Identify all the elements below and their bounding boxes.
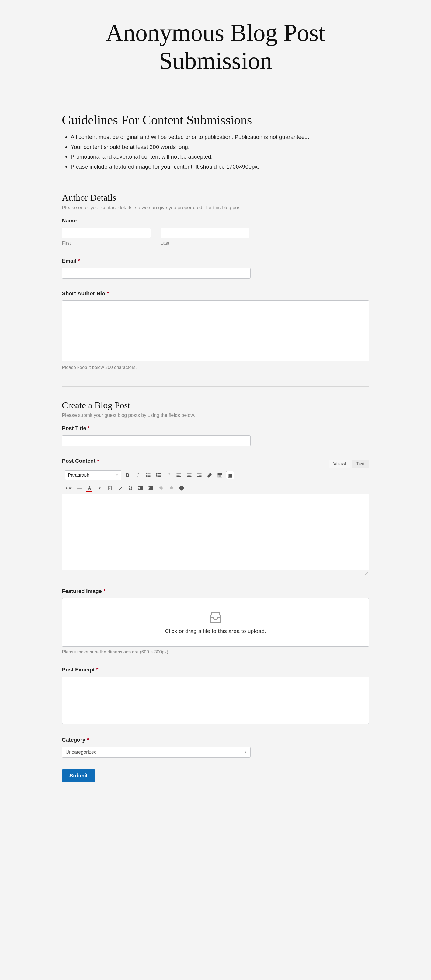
paste-text-icon[interactable]: T bbox=[106, 484, 114, 492]
svg-rect-41 bbox=[140, 488, 143, 489]
bio-label: Short Author Bio * bbox=[62, 290, 369, 297]
svg-rect-29 bbox=[230, 474, 231, 475]
svg-text:?: ? bbox=[181, 487, 183, 490]
svg-rect-46 bbox=[149, 490, 153, 490]
editor-content-area[interactable] bbox=[62, 494, 369, 570]
text-color-icon[interactable]: A bbox=[86, 484, 93, 492]
page-title: Anonymous Blog Post Submission bbox=[62, 19, 369, 75]
indent-icon[interactable] bbox=[147, 484, 155, 492]
svg-rect-39 bbox=[138, 486, 143, 487]
section-divider bbox=[62, 387, 369, 387]
svg-rect-17 bbox=[187, 476, 191, 477]
color-chevron-icon[interactable]: ▼ bbox=[96, 484, 104, 492]
svg-rect-16 bbox=[188, 475, 190, 476]
svg-rect-24 bbox=[219, 476, 220, 476]
svg-rect-25 bbox=[220, 476, 221, 476]
svg-rect-42 bbox=[138, 490, 143, 490]
svg-rect-44 bbox=[150, 487, 153, 488]
guideline-item: Promotional and advertorial content will… bbox=[71, 153, 369, 161]
category-select[interactable]: Uncategorized ▼ bbox=[62, 747, 250, 757]
svg-rect-9 bbox=[158, 475, 160, 476]
email-label: Email * bbox=[62, 258, 369, 264]
numbered-list-icon[interactable]: 123 bbox=[154, 471, 162, 479]
rich-text-editor: Paragraph ▼ B I 123 “ bbox=[62, 468, 369, 576]
strikethrough-icon[interactable]: ABC bbox=[65, 484, 73, 492]
email-input[interactable] bbox=[62, 268, 250, 278]
svg-rect-12 bbox=[177, 474, 181, 474]
post-desc: Please submit your guest blog posts by u… bbox=[62, 413, 369, 418]
post-title-field: Post Title * bbox=[62, 425, 369, 446]
svg-rect-45 bbox=[150, 488, 153, 489]
svg-rect-30 bbox=[231, 474, 232, 475]
blockquote-icon[interactable]: “ bbox=[165, 471, 173, 479]
svg-rect-22 bbox=[218, 474, 222, 475]
post-title-label: Post Title * bbox=[62, 425, 369, 431]
svg-text:3: 3 bbox=[156, 476, 157, 477]
svg-rect-32 bbox=[230, 475, 231, 476]
svg-point-4 bbox=[146, 476, 147, 477]
svg-rect-23 bbox=[218, 476, 219, 476]
svg-rect-35 bbox=[77, 488, 82, 488]
help-icon[interactable]: ? bbox=[177, 484, 185, 492]
author-desc: Please enter your contact details, so we… bbox=[62, 205, 369, 211]
align-left-icon[interactable] bbox=[175, 471, 183, 479]
svg-rect-33 bbox=[231, 475, 232, 476]
category-label: Category * bbox=[62, 737, 369, 743]
special-character-icon[interactable]: Ω bbox=[126, 484, 135, 492]
name-label: Name bbox=[62, 218, 369, 224]
post-excerpt-label: Post Excerpt * bbox=[62, 667, 369, 673]
clear-formatting-icon[interactable] bbox=[116, 484, 124, 492]
required-marker: * bbox=[97, 667, 98, 673]
required-marker: * bbox=[87, 425, 90, 431]
svg-rect-11 bbox=[158, 476, 160, 477]
post-content-label: Post Content * bbox=[62, 458, 369, 464]
post-excerpt-textarea[interactable] bbox=[62, 677, 369, 724]
resize-grip-icon[interactable] bbox=[364, 572, 368, 576]
toolbar-toggle-icon[interactable] bbox=[226, 471, 234, 479]
file-uploader[interactable]: Click or drag a file to this area to upl… bbox=[62, 598, 369, 647]
tab-visual[interactable]: Visual bbox=[329, 460, 350, 468]
redo-icon[interactable] bbox=[167, 484, 175, 492]
svg-rect-1 bbox=[147, 474, 150, 474]
post-title-input[interactable] bbox=[62, 435, 250, 446]
required-marker: * bbox=[87, 737, 89, 743]
svg-rect-28 bbox=[229, 474, 230, 475]
horizontal-rule-icon[interactable] bbox=[75, 484, 83, 492]
svg-rect-21 bbox=[218, 473, 222, 474]
required-marker: * bbox=[107, 290, 109, 296]
chevron-down-icon: ▼ bbox=[244, 751, 247, 754]
svg-rect-34 bbox=[229, 476, 232, 477]
bio-hint: Please keep it below 300 characters. bbox=[62, 365, 369, 370]
guidelines-heading: Guidelines For Content Submissions bbox=[62, 113, 369, 127]
submit-button[interactable]: Submit bbox=[62, 769, 95, 782]
outdent-icon[interactable] bbox=[136, 484, 145, 492]
italic-icon[interactable]: I bbox=[134, 471, 142, 479]
svg-point-0 bbox=[146, 474, 147, 474]
first-name-input[interactable] bbox=[62, 228, 151, 239]
insert-more-icon[interactable] bbox=[216, 471, 224, 479]
guidelines-list: All content must be original and will be… bbox=[62, 133, 369, 171]
chevron-down-icon: ▼ bbox=[116, 474, 119, 477]
first-name-sublabel: First bbox=[62, 240, 151, 246]
svg-rect-20 bbox=[197, 476, 201, 477]
svg-rect-31 bbox=[229, 475, 230, 476]
bulleted-list-icon[interactable] bbox=[144, 471, 152, 479]
post-content-field: Post Content * Visual Text Paragraph ▼ B… bbox=[62, 458, 369, 576]
svg-rect-26 bbox=[218, 477, 222, 477]
link-icon[interactable] bbox=[206, 471, 214, 479]
format-dropdown[interactable]: Paragraph ▼ bbox=[65, 470, 122, 480]
align-center-icon[interactable] bbox=[185, 471, 193, 479]
last-name-input[interactable] bbox=[160, 228, 249, 239]
email-field: Email * bbox=[62, 258, 369, 278]
bold-icon[interactable]: B bbox=[124, 471, 132, 479]
name-field: Name First Last bbox=[62, 218, 369, 246]
svg-rect-7 bbox=[158, 473, 160, 474]
svg-rect-43 bbox=[149, 486, 153, 487]
bio-textarea[interactable] bbox=[62, 301, 369, 361]
editor-status-bar bbox=[62, 570, 369, 576]
undo-icon[interactable] bbox=[157, 484, 165, 492]
tab-text[interactable]: Text bbox=[352, 460, 369, 468]
guidelines-section: Guidelines For Content Submissions All c… bbox=[62, 113, 369, 171]
svg-rect-19 bbox=[199, 475, 201, 476]
align-right-icon[interactable] bbox=[195, 471, 203, 479]
